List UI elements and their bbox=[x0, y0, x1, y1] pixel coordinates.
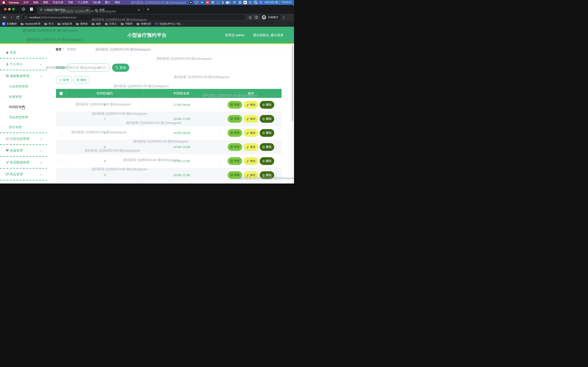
display-icon[interactable] bbox=[195, 1, 198, 4]
site-info-icon[interactable] bbox=[25, 16, 27, 19]
search-input[interactable] bbox=[67, 64, 110, 71]
close-window-button[interactable] bbox=[4, 8, 7, 10]
detail-button[interactable]: 详情 bbox=[228, 143, 242, 151]
control-center-icon[interactable] bbox=[254, 1, 257, 4]
new-tab-button[interactable] bbox=[147, 8, 150, 12]
menu-view[interactable]: 视图 bbox=[43, 1, 48, 4]
menubar-app-name[interactable]: Chrome bbox=[9, 1, 19, 4]
sidebar-item-basic-data[interactable]: 基础数据管理 bbox=[0, 72, 48, 80]
back-button[interactable] bbox=[2, 15, 7, 20]
reload-button[interactable] bbox=[15, 15, 20, 20]
detail-button[interactable]: 详情 bbox=[228, 129, 242, 137]
menu-history[interactable]: 历史记录 bbox=[53, 1, 63, 4]
sidebar-item-department[interactable]: 科室管理 bbox=[0, 93, 48, 101]
select-all-checkbox[interactable] bbox=[60, 92, 63, 95]
history-globe-icon[interactable] bbox=[22, 7, 25, 12]
sidebar-item-single-page-data[interactable]: 单页数据管理 bbox=[0, 158, 48, 167]
battery-percent-badge[interactable]: 86 bbox=[206, 1, 209, 4]
delete-row-button[interactable]: 删除 bbox=[260, 101, 274, 109]
sidebar-item-position[interactable]: 职位管理 bbox=[0, 123, 48, 131]
bookmark-it-center[interactable]: 信息技术中心 / 5G… bbox=[155, 22, 183, 26]
sidebar-item-drug-type[interactable]: 药品类型管理 bbox=[0, 113, 48, 121]
sidebar-item-home[interactable]: 首页 bbox=[0, 49, 48, 57]
sidebar-item-notice-info[interactable]: 公告信息管理 bbox=[0, 135, 48, 143]
menu-help[interactable]: 帮助 bbox=[115, 1, 120, 4]
detail-button[interactable]: 详情 bbox=[228, 101, 242, 109]
menubar-clock[interactable]: 5月10日 周二 下午4:57 bbox=[265, 1, 292, 4]
incognito-badge[interactable]: 无痕模式 bbox=[261, 15, 281, 20]
input-source-icon[interactable]: A bbox=[243, 1, 247, 4]
sidebar-item-doctor[interactable]: 医生管理 bbox=[0, 182, 48, 184]
memory-monitor[interactable]: MEM86% bbox=[211, 1, 214, 4]
menu-file[interactable]: 文件 bbox=[23, 1, 29, 4]
side-panel-icon[interactable] bbox=[254, 15, 259, 20]
menu-edit[interactable]: 编辑 bbox=[33, 1, 38, 4]
tab-close-icon[interactable] bbox=[86, 9, 88, 11]
logout-link[interactable]: 退出登录 bbox=[270, 33, 284, 38]
tab-inactive[interactable]: 首页 bbox=[92, 6, 142, 14]
bookmark-folder[interactable]: 在线应用 bbox=[57, 22, 72, 26]
battery-icon[interactable] bbox=[226, 1, 231, 4]
sidebar-item-time-period[interactable]: 时间段管理 bbox=[0, 103, 48, 111]
forward-button[interactable] bbox=[9, 15, 14, 20]
zoom-window-button[interactable] bbox=[12, 8, 15, 10]
siri-icon[interactable] bbox=[259, 1, 263, 4]
bluetooth-icon[interactable] bbox=[222, 1, 224, 4]
sidebar-item-personal-center[interactable]: 个人中心 bbox=[0, 60, 48, 68]
tab-close-icon[interactable] bbox=[138, 9, 140, 11]
url-bar[interactable]: localhost:8081/#/dictionaryShijianduan bbox=[22, 15, 245, 20]
edit-button[interactable]: 修改 bbox=[243, 129, 258, 137]
reading-list-icon[interactable] bbox=[30, 7, 33, 12]
sidebar-item-drug[interactable]: 药品管理 bbox=[0, 170, 48, 178]
breadcrumb-home[interactable]: 首页 bbox=[56, 48, 61, 51]
row-checkbox[interactable] bbox=[60, 103, 63, 106]
wifi-icon[interactable] bbox=[233, 1, 236, 4]
bookmark-folder[interactable]: 智慧社区 bbox=[136, 22, 151, 26]
row-checkbox[interactable] bbox=[60, 146, 63, 149]
tab-active[interactable]: 小型诊疗预约平台 bbox=[37, 6, 91, 14]
row-checkbox[interactable] bbox=[60, 117, 63, 120]
edit-button[interactable]: 修改 bbox=[243, 101, 258, 109]
bookmark-folder[interactable]: 临时 bbox=[91, 22, 101, 26]
edit-button[interactable]: 修改 bbox=[243, 143, 258, 151]
row-checkbox[interactable] bbox=[60, 132, 63, 134]
bookmark-folder[interactable]: 书签栏 bbox=[121, 22, 133, 26]
bookmark-folder[interactable]: 已导入 bbox=[105, 22, 117, 26]
delete-row-button[interactable]: 删除 bbox=[260, 157, 274, 165]
bookmark-baidu-translate[interactable]: 译 百度翻译 bbox=[2, 22, 17, 26]
delete-row-button[interactable]: 删除 bbox=[260, 171, 274, 179]
menu-tab[interactable]: Tab 键 bbox=[93, 1, 100, 4]
bookmark-folder[interactable]: 黑科技 bbox=[76, 22, 88, 26]
menu-bookmarks[interactable]: 书签 bbox=[68, 1, 73, 4]
bookmark-folder[interactable]: macbook常用 bbox=[20, 22, 40, 26]
blue-square-icon[interactable] bbox=[217, 1, 220, 4]
bookmark-star-icon[interactable] bbox=[247, 15, 253, 20]
apple-menu-icon[interactable] bbox=[2, 1, 5, 4]
delete-row-button[interactable]: 删除 bbox=[260, 143, 274, 151]
user-account-icon[interactable] bbox=[238, 1, 242, 4]
sidebar-item-notice-type[interactable]: 公告类型管理 bbox=[0, 82, 48, 91]
delete-row-button[interactable]: 删除 bbox=[260, 115, 274, 123]
query-button[interactable]: 查询 bbox=[112, 64, 129, 72]
row-checkbox[interactable] bbox=[60, 174, 63, 177]
delete-row-button[interactable]: 删除 bbox=[260, 129, 274, 137]
spotlight-icon[interactable] bbox=[249, 1, 252, 4]
teamviewer-icon[interactable] bbox=[200, 1, 204, 4]
admin-label[interactable]: 管理员 admin bbox=[225, 33, 245, 38]
edit-button[interactable]: 修改 bbox=[243, 171, 258, 179]
row-checkbox[interactable] bbox=[60, 160, 63, 163]
detail-button[interactable]: 详情 bbox=[228, 157, 242, 165]
detail-button[interactable]: 详情 bbox=[228, 171, 242, 179]
bookmark-folder[interactable]: 学习 bbox=[44, 22, 54, 26]
screen-record-icon[interactable] bbox=[189, 1, 192, 4]
menu-window[interactable]: 窗口 bbox=[105, 1, 110, 4]
minimize-window-button[interactable] bbox=[8, 8, 11, 10]
menu-profile[interactable]: 个人资料 bbox=[78, 1, 88, 4]
sidebar-item-patient[interactable]: 患者管理 bbox=[0, 147, 48, 155]
edit-button[interactable]: 修改 bbox=[243, 157, 258, 165]
delete-button[interactable]: 删除 bbox=[73, 76, 90, 84]
add-button[interactable]: 新增 bbox=[56, 76, 72, 84]
edit-button[interactable]: 修改 bbox=[243, 115, 258, 123]
detail-button[interactable]: 详情 bbox=[228, 115, 242, 123]
chrome-menu-icon[interactable] bbox=[284, 16, 284, 19]
